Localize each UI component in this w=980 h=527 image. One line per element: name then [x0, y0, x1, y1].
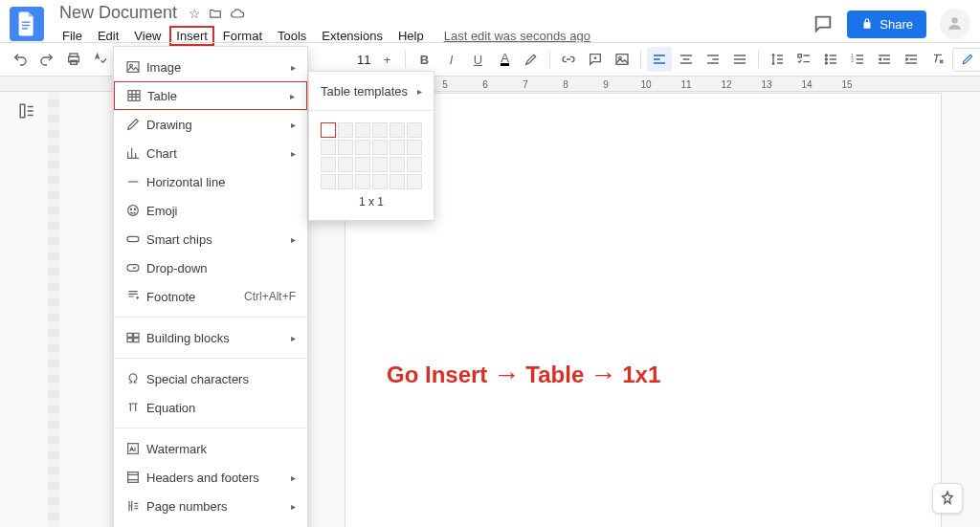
highlight-button[interactable] [519, 47, 544, 72]
insert-page-numbers[interactable]: Page numbers▸ [114, 492, 307, 520]
insert-chart[interactable]: Chart▸ [114, 139, 307, 167]
table-grid-cell[interactable] [338, 140, 353, 155]
comment-history-icon[interactable] [813, 13, 834, 34]
table-grid-cell[interactable] [355, 174, 370, 189]
italic-button[interactable]: I [438, 47, 463, 72]
table-size-grid[interactable]: 1 x 1 [309, 117, 434, 214]
table-grid-cell[interactable] [321, 174, 336, 189]
insert-drawing[interactable]: Drawing▸ [114, 110, 307, 139]
decrease-indent-button[interactable] [872, 47, 897, 72]
insert-drop-down[interactable]: Drop-down [114, 253, 307, 282]
table-grid-cell[interactable] [338, 157, 353, 172]
chevron-right-icon: ▸ [291, 234, 296, 245]
svg-rect-7 [616, 55, 628, 65]
table-grid-cell[interactable] [407, 122, 422, 138]
doc-title[interactable]: New Document [56, 2, 181, 24]
table-grid-cell[interactable] [321, 140, 336, 155]
table-grid-cell[interactable] [372, 157, 388, 172]
insert-break[interactable]: Break▸ [114, 520, 307, 527]
insert-footnote[interactable]: FootnoteCtrl+Alt+F [114, 282, 307, 311]
align-center-button[interactable] [674, 47, 699, 72]
spellcheck-button[interactable] [88, 47, 113, 72]
chevron-right-icon: ▸ [291, 62, 296, 73]
table-grid-cell[interactable] [338, 122, 353, 138]
table-grid-cell[interactable] [321, 122, 336, 138]
last-edit-link[interactable]: Last edit was seconds ago [444, 29, 590, 43]
move-folder-icon[interactable] [209, 7, 222, 20]
menu-separator [309, 110, 434, 111]
insert-special-characters[interactable]: Special characters [114, 364, 307, 393]
chevron-right-icon: ▸ [291, 333, 296, 343]
line-spacing-button[interactable] [765, 47, 790, 72]
insert-link-button[interactable] [556, 47, 581, 72]
increase-indent-button[interactable] [899, 47, 924, 72]
insert-table[interactable]: Table▸ [114, 81, 307, 110]
insert-smart-chips[interactable]: Smart chips▸ [114, 225, 307, 253]
menu-separator [114, 358, 307, 359]
table-grid-cell[interactable] [372, 140, 388, 155]
clear-formatting-button[interactable] [925, 47, 950, 72]
insert-equation[interactable]: Equation [114, 393, 307, 422]
vertical-ruler[interactable] [48, 92, 59, 527]
table-grid-cell[interactable] [321, 157, 336, 172]
share-button[interactable]: Share [847, 11, 926, 38]
table-grid-cell[interactable] [372, 122, 388, 138]
image-icon [125, 59, 141, 75]
docs-logo[interactable] [10, 7, 44, 41]
outline-toggle-button[interactable] [15, 99, 38, 122]
table-grid-cell[interactable] [355, 122, 370, 138]
explore-button[interactable] [932, 483, 963, 514]
redo-button[interactable] [34, 47, 59, 72]
numbered-list-button[interactable]: 12 [845, 47, 870, 72]
svg-rect-16 [127, 62, 139, 73]
table-grid-cell[interactable] [338, 174, 353, 189]
insert-building-blocks[interactable]: Building blocks▸ [114, 323, 307, 352]
footnote-icon [125, 289, 141, 304]
bold-button[interactable]: B [412, 47, 436, 72]
table-grid-cell[interactable] [355, 157, 370, 172]
dropdown-icon [125, 260, 146, 275]
undo-button[interactable] [8, 47, 33, 72]
dropdown-icon [125, 260, 141, 275]
print-button[interactable] [61, 47, 86, 72]
table-grid-cell[interactable] [407, 140, 422, 155]
table-templates-item[interactable]: Table templates ▸ [309, 77, 434, 104]
bulleted-list-button[interactable] [818, 47, 843, 72]
insert-watermark[interactable]: Watermark [114, 434, 307, 463]
ruler-tick: 10 [626, 79, 666, 90]
table-grid-cell[interactable] [355, 140, 370, 155]
svg-text:2: 2 [852, 58, 855, 63]
svg-rect-0 [22, 22, 30, 23]
insert-image-button[interactable] [610, 47, 635, 72]
insert-emoji[interactable]: Emoji [114, 196, 307, 225]
align-justify-button[interactable] [727, 47, 752, 72]
editing-mode-menu[interactable]: Editing ▾ [952, 48, 980, 72]
ruler-tick: 14 [787, 79, 827, 90]
text-color-button[interactable]: A [492, 47, 517, 72]
emoji-icon [125, 203, 141, 218]
add-comment-button[interactable] [583, 47, 608, 72]
align-left-button[interactable] [647, 47, 672, 72]
font-size-value[interactable]: 11 [355, 53, 372, 67]
table-grid-cell[interactable] [372, 174, 388, 189]
menu-item-label: Horizontal line [146, 175, 296, 189]
underline-button[interactable]: U [465, 47, 490, 72]
font-size-increase-button[interactable]: + [374, 47, 399, 72]
table-grid-cell[interactable] [407, 174, 422, 189]
insert-horizontal-line[interactable]: Horizontal line [114, 167, 307, 196]
table-icon [126, 88, 142, 103]
chart-icon [125, 145, 146, 161]
align-right-button[interactable] [701, 47, 725, 72]
table-grid-cell[interactable] [390, 174, 405, 189]
avatar[interactable] [940, 9, 970, 39]
star-icon[interactable]: ☆ [189, 6, 201, 21]
hr-icon [125, 174, 146, 189]
table-grid-cell[interactable] [390, 122, 405, 138]
table-grid-cell[interactable] [390, 157, 405, 172]
insert-image[interactable]: Image▸ [114, 53, 307, 81]
insert-headers-and-footers[interactable]: Headers and footers▸ [114, 463, 307, 492]
cloud-status-icon[interactable] [230, 7, 245, 20]
table-grid-cell[interactable] [407, 157, 422, 172]
checklist-button[interactable] [791, 47, 816, 72]
table-grid-cell[interactable] [390, 140, 405, 155]
